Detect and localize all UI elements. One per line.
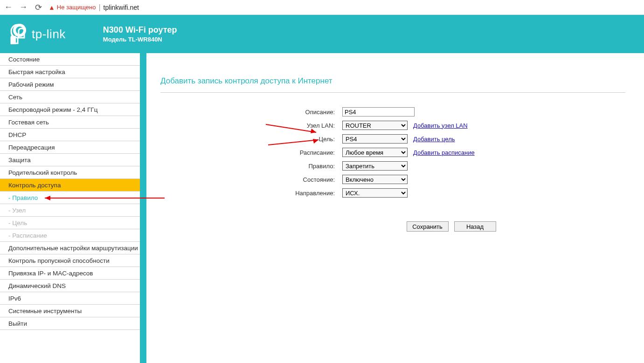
sidebar-item-4[interactable]: Беспроводной режим - 2,4 ГГц xyxy=(0,103,140,116)
select-rule[interactable]: Запретить xyxy=(342,161,408,171)
save-button[interactable]: Сохранить xyxy=(407,221,449,232)
sidebar-item-8[interactable]: Защита xyxy=(0,154,140,166)
product-model: Модель TL-WR840N xyxy=(103,36,177,43)
page-title: Добавить запись контроля доступа к Интер… xyxy=(160,76,625,86)
sidebar-item-13[interactable]: - Цель xyxy=(0,217,140,229)
reload-icon[interactable]: ⟳ xyxy=(34,2,43,13)
sidebar-item-15[interactable]: Дополнительные настройки маршрутизации xyxy=(0,242,140,254)
sidebar-item-5[interactable]: Гостевая сеть xyxy=(0,116,140,129)
address-bar[interactable]: ▲ Не защищено | tplinkwifi.net xyxy=(48,3,640,12)
row-schedule: Расписание: Любое время Добавить расписа… xyxy=(160,147,625,158)
row-status: Состояние: Включено xyxy=(160,174,625,185)
label-status: Состояние: xyxy=(160,176,342,183)
product-info: N300 Wi-Fi роутер Модель TL-WR840N xyxy=(103,25,177,43)
label-target: Цель: xyxy=(160,136,342,143)
main-panel: Добавить запись контроля доступа к Интер… xyxy=(146,53,644,363)
divider xyxy=(160,92,625,93)
sidebar: СостояниеБыстрая настройкаРабочий режимС… xyxy=(0,53,146,363)
url-text: tplinkwifi.net xyxy=(104,4,139,11)
sidebar-item-2[interactable]: Рабочий режим xyxy=(0,78,140,91)
label-rule: Правило: xyxy=(160,163,342,170)
product-title: N300 Wi-Fi роутер xyxy=(103,25,177,35)
content-area: СостояниеБыстрая настройкаРабочий режимС… xyxy=(0,53,644,363)
sidebar-item-14[interactable]: - Расписание xyxy=(0,229,140,242)
sidebar-item-9[interactable]: Родительский контроль xyxy=(0,166,140,179)
back-icon[interactable]: ← xyxy=(4,2,13,12)
row-rule: Правило: Запретить xyxy=(160,161,625,171)
row-target: Цель: PS4 Добавить цель xyxy=(160,134,625,144)
row-description: Описание: xyxy=(160,107,625,117)
select-status[interactable]: Включено xyxy=(342,175,408,184)
security-text: Не защищено xyxy=(57,4,96,11)
sidebar-item-3[interactable]: Сеть xyxy=(0,91,140,103)
warning-icon: ▲ xyxy=(48,4,55,11)
sidebar-item-16[interactable]: Контроль пропускной способности xyxy=(0,254,140,267)
forward-icon[interactable]: → xyxy=(19,2,28,12)
label-lan-node: Узел LAN: xyxy=(160,122,342,129)
svg-point-0 xyxy=(14,25,25,35)
sidebar-item-19[interactable]: IPv6 xyxy=(0,292,140,305)
select-target[interactable]: PS4 xyxy=(342,134,408,144)
browser-toolbar: ← → ⟳ ▲ Не защищено | tplinkwifi.net xyxy=(0,0,644,15)
sidebar-item-17[interactable]: Привязка IP- и MAC-адресов xyxy=(0,267,140,280)
row-direction: Направление: ИСХ. xyxy=(160,188,625,198)
url-separator: | xyxy=(98,3,100,12)
select-direction[interactable]: ИСХ. xyxy=(342,188,408,198)
sidebar-item-0[interactable]: Состояние xyxy=(0,53,140,66)
row-lan-node: Узел LAN: ROUTER Добавить узел LAN xyxy=(160,120,625,130)
sidebar-item-21[interactable]: Выйти xyxy=(0,317,140,330)
sidebar-item-11[interactable]: - Правило xyxy=(0,192,140,204)
sidebar-item-1[interactable]: Быстрая настройка xyxy=(0,66,140,78)
sidebar-item-10[interactable]: Контроль доступа xyxy=(0,179,140,192)
back-button[interactable]: Назад xyxy=(454,221,496,232)
select-lan-node[interactable]: ROUTER xyxy=(342,121,408,130)
sidebar-item-6[interactable]: DHCP xyxy=(0,129,140,141)
svg-rect-1 xyxy=(11,36,16,44)
button-row: Сохранить Назад xyxy=(160,221,625,232)
link-add-lan-node[interactable]: Добавить узел LAN xyxy=(413,122,468,129)
input-description[interactable] xyxy=(342,107,415,116)
label-schedule: Расписание: xyxy=(160,149,342,156)
link-add-target[interactable]: Добавить цель xyxy=(413,136,455,143)
label-direction: Направление: xyxy=(160,190,342,197)
sidebar-item-7[interactable]: Переадресация xyxy=(0,141,140,154)
sidebar-item-18[interactable]: Динамический DNS xyxy=(0,280,140,292)
select-schedule[interactable]: Любое время xyxy=(342,148,408,157)
link-add-schedule[interactable]: Добавить расписание xyxy=(413,149,475,156)
logo: tp-link xyxy=(9,23,66,45)
security-warning: ▲ Не защищено xyxy=(48,4,96,11)
label-description: Описание: xyxy=(160,109,342,116)
app-header: tp-link N300 Wi-Fi роутер Модель TL-WR84… xyxy=(0,15,644,53)
logo-text: tp-link xyxy=(32,27,66,41)
tp-link-logo-icon xyxy=(9,23,28,45)
sidebar-item-20[interactable]: Системные инструменты xyxy=(0,305,140,317)
sidebar-item-12[interactable]: - Узел xyxy=(0,204,140,217)
